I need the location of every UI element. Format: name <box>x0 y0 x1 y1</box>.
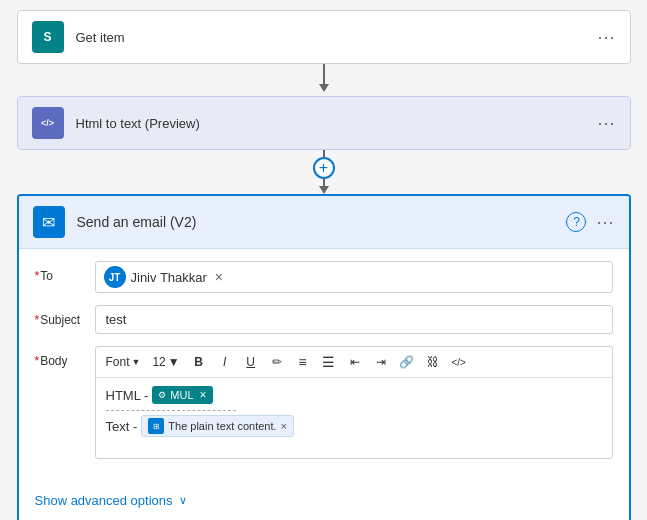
text-content-line: Text - ⊞ The plain text content. × <box>106 415 602 437</box>
unordered-list-button[interactable]: ☰ <box>318 351 340 373</box>
link-button[interactable]: 🔗 <box>396 351 418 373</box>
plus-connector: + <box>313 150 335 194</box>
font-size-select[interactable]: 12 ▼ <box>148 353 183 371</box>
body-field-row: *Body Font ▼ 12 ▼ B I <box>35 346 613 459</box>
step-html-to-text-menu[interactable]: ··· <box>597 113 615 134</box>
flow-container: S Get item ··· </> Html to text (Preview… <box>0 0 647 520</box>
text-chip-remove[interactable]: × <box>281 420 287 432</box>
subject-field-row: *Subject <box>35 305 613 334</box>
header-actions: ? ··· <box>566 212 614 233</box>
help-button[interactable]: ? <box>566 212 586 232</box>
step-icon-html: </> <box>32 107 64 139</box>
text-dynamic-chip[interactable]: ⊞ The plain text content. × <box>141 415 294 437</box>
body-content-area[interactable]: HTML - ⚙ MUL × Text - <box>96 378 612 458</box>
email-app-icon: ✉ <box>33 206 65 238</box>
step-get-item-menu[interactable]: ··· <box>597 27 615 48</box>
html-chip-icon: ⚙ <box>158 390 166 400</box>
subject-required-marker: * <box>35 313 40 327</box>
html-chip-label: MUL <box>170 389 193 401</box>
send-email-card: ✉ Send an email (V2) ? ··· *To JT Jiniv … <box>17 194 631 520</box>
font-chevron-icon: ▼ <box>132 357 141 367</box>
arrow-line <box>323 64 325 84</box>
font-select[interactable]: Font ▼ <box>102 353 145 371</box>
plus-line-bottom <box>323 179 325 186</box>
plus-arrowhead <box>319 186 329 194</box>
email-card-title: Send an email (V2) <box>77 214 567 230</box>
unlink-button[interactable]: ⛓ <box>422 351 444 373</box>
html-content-line: HTML - ⚙ MUL × <box>106 386 602 404</box>
body-divider <box>106 410 236 411</box>
remove-user-button[interactable]: × <box>215 269 223 285</box>
html-chip-remove[interactable]: × <box>200 388 207 402</box>
text-chip-icon: ⊞ <box>148 418 164 434</box>
indent-right-button[interactable]: ⇥ <box>370 351 392 373</box>
email-card-body: *To JT Jiniv Thakkar × *Subject <box>19 249 629 483</box>
step-html-to-text: </> Html to text (Preview) ··· <box>17 96 631 150</box>
subject-label: *Subject <box>35 305 95 327</box>
subject-input[interactable] <box>95 305 613 334</box>
show-advanced-label: Show advanced options <box>35 493 173 508</box>
underline-button[interactable]: U <box>240 351 262 373</box>
to-input-field[interactable]: JT Jiniv Thakkar × <box>95 261 613 293</box>
font-size-value: 12 <box>152 355 165 369</box>
body-required-marker: * <box>35 354 40 368</box>
step-get-item: S Get item ··· <box>17 10 631 64</box>
to-label: *To <box>35 261 95 283</box>
show-advanced-options[interactable]: Show advanced options ∨ <box>19 483 629 520</box>
bold-button[interactable]: B <box>188 351 210 373</box>
pen-button[interactable]: ✏ <box>266 351 288 373</box>
font-label: Font <box>106 355 130 369</box>
body-toolbar: Font ▼ 12 ▼ B I U ✏ ≡ ☰ ⇤ <box>96 347 612 378</box>
ordered-list-button[interactable]: ≡ <box>292 351 314 373</box>
body-label: *Body <box>35 346 95 368</box>
user-chip: JT Jiniv Thakkar <box>104 266 207 288</box>
plus-line-top <box>323 150 325 157</box>
italic-button[interactable]: I <box>214 351 236 373</box>
arrow-head <box>319 84 329 92</box>
email-card-menu[interactable]: ··· <box>596 212 614 233</box>
text-chip-label: The plain text content. <box>168 420 276 432</box>
step-icon-sharepoint: S <box>32 21 64 53</box>
body-editor: Font ▼ 12 ▼ B I U ✏ ≡ ☰ ⇤ <box>95 346 613 459</box>
html-dynamic-chip[interactable]: ⚙ MUL × <box>152 386 212 404</box>
step-get-item-title: Get item <box>76 30 598 45</box>
user-name: Jiniv Thakkar <box>131 270 207 285</box>
html-content-label: HTML - <box>106 388 149 403</box>
size-chevron-icon: ▼ <box>168 355 180 369</box>
to-required-marker: * <box>35 269 40 283</box>
step-html-to-text-title: Html to text (Preview) <box>76 116 598 131</box>
text-content-label: Text - <box>106 419 138 434</box>
add-step-button[interactable]: + <box>313 157 335 179</box>
arrow-connector-1 <box>319 64 329 96</box>
to-field-row: *To JT Jiniv Thakkar × <box>35 261 613 293</box>
email-card-header: ✉ Send an email (V2) ? ··· <box>19 196 629 249</box>
show-advanced-chevron-icon: ∨ <box>179 494 187 507</box>
indent-left-button[interactable]: ⇤ <box>344 351 366 373</box>
user-avatar: JT <box>104 266 126 288</box>
code-button[interactable]: </> <box>448 351 470 373</box>
